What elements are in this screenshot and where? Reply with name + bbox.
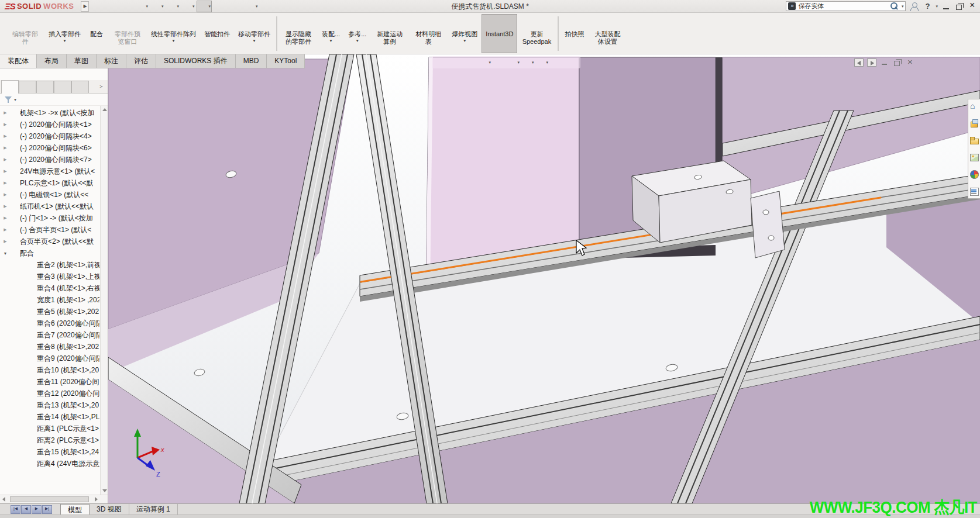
window-control-icon[interactable] [880,58,889,67]
panel-tab[interactable] [19,81,36,93]
window-control-icon[interactable] [893,58,902,67]
tree-item[interactable]: 重合9 (2020偏心间隔 [0,353,99,364]
graphics-viewport[interactable]: x Z ▾ ▾ ▾ ▾ ▾ ▾ ▾ ▾ ▾ [108,54,980,503]
command-tab[interactable]: 评估 [126,54,156,68]
task-pane-icon[interactable] [969,119,979,128]
command-tab[interactable]: MBD [236,54,267,68]
quick-access-button[interactable]: ▾ [197,1,212,12]
ribbon-button[interactable]: 配合 ▾ [85,14,108,53]
sheet-nav-icon[interactable] [32,505,42,514]
ribbon-button[interactable]: ▾ [276,16,277,51]
ribbon-button[interactable]: 装配... ▾ [318,14,344,53]
ribbon-button[interactable]: 零部件预览窗口 ▾ [108,14,147,53]
help-dropdown-icon[interactable]: ▾ [936,4,938,9]
scrollbar-thumb[interactable] [10,496,89,502]
expand-arrow-icon[interactable] [2,239,9,244]
tree-item[interactable]: (-) 2020偏心间隔块<4> [0,130,99,142]
tree-item[interactable]: 重合2 (机架<1>,前视 [0,259,99,271]
minimize-icon[interactable] [941,2,951,11]
restore-icon[interactable] [954,2,964,11]
chevron-down-icon[interactable]: ▾ [253,38,255,43]
quick-access-button[interactable]: ▾ [103,1,118,12]
chevron-down-icon[interactable]: ▾ [546,60,549,65]
command-tab[interactable]: SOLIDWORKS 插件 [156,54,236,68]
view-tool-button[interactable]: ▾ [479,57,491,67]
tree-horizontal-scrollbar[interactable] [0,495,108,503]
ribbon-button[interactable]: Instant3D ▾ [482,14,517,53]
ribbon-button[interactable]: 移动零部件 ▾ [234,14,274,53]
quick-access-button[interactable]: ▾ [213,1,228,12]
search-dropdown-icon[interactable]: ▾ [902,4,904,9]
task-pane-icon[interactable] [969,170,979,179]
tree-item[interactable]: 配合 [0,247,99,259]
window-control-icon[interactable] [867,58,876,67]
task-pane-icon[interactable] [969,153,979,162]
view-tool-button[interactable]: ▾ [550,57,563,67]
command-tab[interactable]: KYTool [267,54,305,68]
tree-item[interactable]: PLC示意<1> (默认<<默 [0,177,99,189]
ribbon-button[interactable]: 参考... ▾ [344,14,370,53]
quick-access-button[interactable]: ▾ [181,1,195,12]
task-pane-icon[interactable] [969,187,979,196]
help-icon[interactable] [922,2,931,11]
task-pane-icon[interactable] [969,136,979,145]
quick-access-button[interactable]: ▾ [119,1,133,12]
scroll-down-icon[interactable] [101,487,108,495]
ribbon-button[interactable]: 大型装配体设置 ▾ [588,14,627,53]
expand-arrow-icon[interactable] [2,169,9,174]
view-tool-button[interactable]: ▾ [450,57,463,67]
task-pane-icon[interactable] [969,102,979,111]
chevron-down-icon[interactable]: ▾ [146,4,148,9]
study-tab[interactable]: 3D 视图 [90,504,129,514]
expand-arrow-icon[interactable] [2,251,9,255]
scroll-left-icon[interactable] [0,495,9,503]
expand-arrow-icon[interactable] [2,134,9,139]
tree-item[interactable]: 重合10 (机架<1>,20 [0,364,99,376]
tree-item[interactable]: 纸币机<1> (默认<<默认 [0,201,99,212]
panel-tab[interactable] [1,80,19,94]
chevron-down-icon[interactable]: ▾ [463,38,466,43]
expand-arrow-icon[interactable] [2,192,9,197]
quick-access-button[interactable]: ▾ [134,1,149,12]
view-tool-button[interactable]: ▾ [507,57,520,67]
ribbon-button[interactable]: 显示隐藏的零部件 ▾ [279,14,318,53]
tree-item[interactable]: 重合8 (机架<1>,202 [0,341,99,353]
expand-arrow-icon[interactable] [2,122,9,127]
tree-item[interactable]: 距离1 (PLC示意<1>, [0,423,99,434]
tree-item[interactable]: (-) 2020偏心间隔块<6> [0,142,99,154]
panel-tab[interactable] [54,81,71,93]
tree-item[interactable]: 重合5 (机架<1>,202 [0,306,99,317]
tree-item[interactable]: 重合12 (2020偏心间 [0,388,99,399]
command-tab[interactable]: 草图 [67,54,97,68]
3d-model-view[interactable]: x Z [108,54,980,503]
search-scope-icon[interactable]: » [788,2,796,10]
chevron-down-icon[interactable]: ▾ [172,38,174,43]
expand-arrow-icon[interactable] [2,204,9,209]
filter-funnel-icon[interactable] [4,95,13,104]
expand-arrow-icon[interactable] [2,157,9,162]
view-tool-button[interactable]: ▾ [464,57,477,67]
menu-flyout-arrow[interactable]: ▶ [81,1,89,12]
study-tab[interactable]: 运动算例 1 [129,504,178,514]
expand-arrow-icon[interactable] [2,146,9,150]
tree-item[interactable]: 重合15 (机架<1>,24 [0,446,99,458]
tree-item[interactable]: 重合3 (机架<1>,上视 [0,271,99,282]
chevron-down-icon[interactable]: ▾ [177,4,180,9]
chevron-down-icon[interactable]: ▾ [209,4,211,9]
tree-item[interactable]: (-) 2020偏心间隔块<7> [0,154,99,165]
tree-item[interactable]: (-) 合页半页<1> (默认< [0,224,99,236]
chevron-down-icon[interactable]: ▾ [161,4,164,9]
expand-arrow-icon[interactable] [2,181,9,185]
tree-item[interactable]: 宽度1 (机架<1> ,202 [0,294,99,306]
panel-tab-overflow[interactable]: ＞ [95,82,108,91]
tree-item[interactable]: 重合14 (机架<1>,PL [0,411,99,423]
chevron-down-icon[interactable]: ▾ [518,60,520,65]
chevron-down-icon[interactable]: ▾ [192,4,195,9]
chevron-down-icon[interactable]: ▾ [63,38,66,43]
tree-item[interactable]: 重合6 (2020偏心间隔 [0,317,99,329]
tree-item[interactable]: 距离2 (PLC示意<1>, [0,434,99,446]
ribbon-button[interactable]: 插入零部件 ▾ [44,14,85,53]
tree-item[interactable]: 重合7 (2020偏心间隔 [0,329,99,341]
sheet-nav-icon[interactable] [21,505,31,514]
command-tab[interactable]: 布局 [37,54,67,68]
